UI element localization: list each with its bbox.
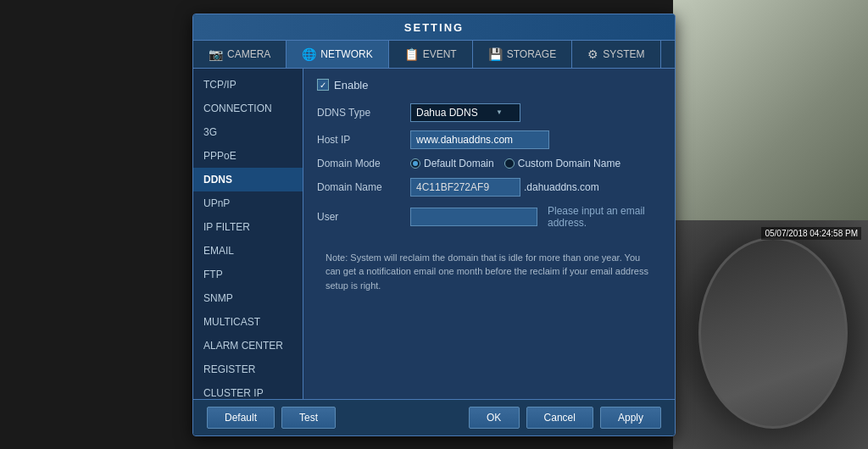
ddns-type-select[interactable]: Dahua DDNS <box>410 103 520 122</box>
footer-left-buttons: Default Test <box>207 407 336 429</box>
domain-mode-row: Domain Mode Default Domain Custom Domain… <box>317 158 661 169</box>
network-sidebar: TCP/IP CONNECTION 3G PPPoE DDNS UPnP <box>193 69 303 399</box>
host-ip-row: Host IP <box>317 130 661 149</box>
sidebar-item-ip-filter[interactable]: IP FILTER <box>193 215 303 239</box>
sidebar-item-tcp-ip[interactable]: TCP/IP <box>193 73 303 97</box>
ddns-panel: Enable DDNS Type Dahua DDNS Host IP <box>303 69 675 399</box>
tab-network[interactable]: 🌐 NETWORK <box>287 41 388 68</box>
sidebar-item-email[interactable]: EMAIL <box>193 239 303 263</box>
host-ip-label: Host IP <box>317 134 410 146</box>
network-tab-icon: 🌐 <box>302 47 316 61</box>
camera-tab-icon: 📷 <box>209 47 223 61</box>
domain-name-label: Domain Name <box>317 181 410 193</box>
ddns-type-value: Dahua DDNS <box>416 107 478 119</box>
sidebar-item-ddns[interactable]: DDNS <box>193 168 303 191</box>
camera-timestamp: 05/07/2018 04:24:58 PM <box>761 227 861 240</box>
sidebar-item-upnp[interactable]: UPnP <box>193 191 303 215</box>
radio-custom-label: Custom Domain Name <box>518 158 620 169</box>
ok-button[interactable]: OK <box>469 407 520 429</box>
dialog-footer: Default Test OK Cancel Apply <box>193 399 675 435</box>
tab-bar: 📷 CAMERA 🌐 NETWORK 📋 EVENT 💾 STORAGE ⚙ S… <box>193 41 675 69</box>
enable-row: Enable <box>317 79 661 91</box>
sidebar-item-alarm-center[interactable]: ALARM CENTER <box>193 334 303 358</box>
ddns-type-control: Dahua DDNS <box>410 103 661 122</box>
radio-custom-circle <box>504 158 515 169</box>
note-text: Note: System will reclaim the domain tha… <box>326 252 648 291</box>
user-placeholder: Please input an email address. <box>548 205 661 229</box>
tab-system-label: SYSTEM <box>603 48 644 60</box>
domain-suffix: .dahuaddns.com <box>524 181 599 193</box>
domain-name-row: Domain Name .dahuaddns.com <box>317 178 661 197</box>
tab-event-label: EVENT <box>423 48 457 60</box>
tab-camera[interactable]: 📷 CAMERA <box>193 41 287 68</box>
radio-custom-domain[interactable]: Custom Domain Name <box>504 158 620 169</box>
tab-system[interactable]: ⚙ SYSTEM <box>572 41 660 68</box>
sidebar-item-pppoe[interactable]: PPPoE <box>193 144 303 168</box>
domain-mode-label: Domain Mode <box>317 158 410 169</box>
domain-name-control: .dahuaddns.com <box>410 178 661 197</box>
enable-checkbox[interactable] <box>317 79 329 91</box>
radio-default-domain[interactable]: Default Domain <box>410 158 494 169</box>
user-control: Please input an email address. <box>410 205 661 229</box>
tab-camera-label: CAMERA <box>227 48 270 60</box>
storage-tab-icon: 💾 <box>488 47 503 61</box>
settings-dialog: SETTING 📷 CAMERA 🌐 NETWORK 📋 EVENT 💾 STO… <box>192 14 676 436</box>
domain-mode-control: Default Domain Custom Domain Name <box>410 158 661 169</box>
test-button[interactable]: Test <box>281 407 336 429</box>
user-input[interactable] <box>410 208 537 226</box>
user-row: User Please input an email address. <box>317 205 661 229</box>
dialog-title: SETTING <box>404 21 464 34</box>
domain-name-input[interactable] <box>410 178 520 197</box>
sidebar-item-3g[interactable]: 3G <box>193 120 303 144</box>
ddns-type-label: DDNS Type <box>317 107 410 119</box>
host-ip-control <box>410 130 661 149</box>
ddns-type-row: DDNS Type Dahua DDNS <box>317 103 661 122</box>
tab-network-label: NETWORK <box>320 48 372 60</box>
dialog-content: TCP/IP CONNECTION 3G PPPoE DDNS UPnP <box>193 69 675 399</box>
note-section: Note: System will reclaim the domain tha… <box>317 242 661 302</box>
sidebar-item-multicast[interactable]: MULTICAST <box>193 310 303 334</box>
apply-button[interactable]: Apply <box>600 407 661 429</box>
dialog-titlebar: SETTING <box>193 14 675 41</box>
tab-storage-label: STORAGE <box>507 48 556 60</box>
sidebar-item-snmp[interactable]: SNMP <box>193 286 303 310</box>
radio-default-circle <box>410 158 420 169</box>
cancel-button[interactable]: Cancel <box>526 407 593 429</box>
radio-default-label: Default Domain <box>424 158 494 169</box>
enable-label: Enable <box>334 79 368 91</box>
event-tab-icon: 📋 <box>404 47 419 61</box>
tab-storage[interactable]: 💾 STORAGE <box>473 41 572 68</box>
footer-right-buttons: OK Cancel Apply <box>469 407 661 429</box>
system-tab-icon: ⚙ <box>587 47 598 61</box>
sidebar-item-connection[interactable]: CONNECTION <box>193 97 303 120</box>
default-button[interactable]: Default <box>207 407 275 429</box>
sidebar-item-register[interactable]: REGISTER <box>193 358 303 381</box>
tab-event[interactable]: 📋 EVENT <box>389 41 473 68</box>
sidebar-item-ftp[interactable]: FTP <box>193 263 303 286</box>
host-ip-input[interactable] <box>410 130 549 149</box>
user-label: User <box>317 211 410 223</box>
sidebar-item-cluster-ip[interactable]: CLUSTER IP <box>193 381 303 399</box>
